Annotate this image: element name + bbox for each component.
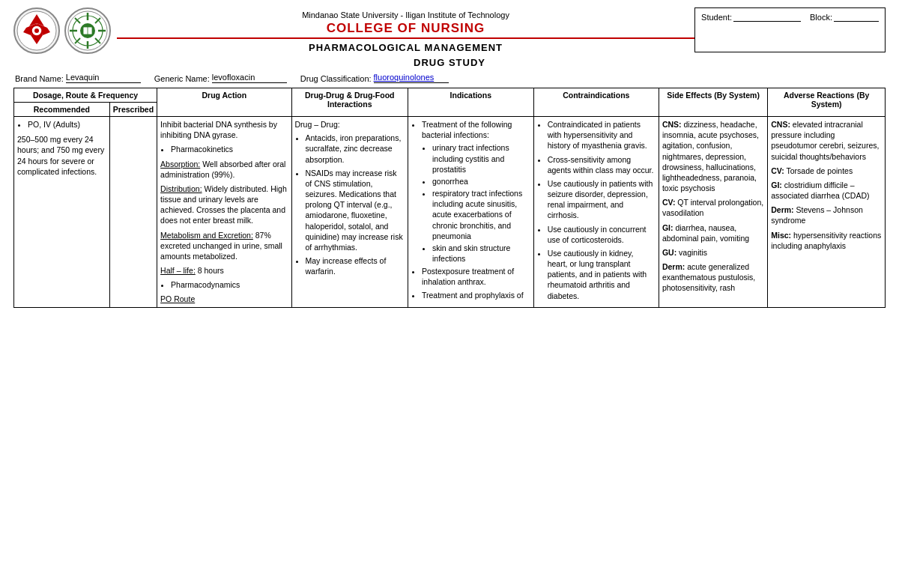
contra-2: Cross-sensitivity among agents within cl… [548, 154, 656, 175]
adverse-reactions-header: Adverse Reactions (By System) [768, 88, 886, 117]
pharmakokinetics-section: Pharmacokinetics [160, 144, 288, 154]
contra-3: Use cautiously in patients with seizure … [548, 178, 656, 221]
po-route-label: PO Route [160, 294, 195, 303]
metabolism-section: Metabolism and Excretion: 87% excreted u… [160, 230, 288, 262]
header-row-1: Dosage, Route & Frequency Drug Action Dr… [14, 88, 886, 103]
student-field: Student: [701, 11, 801, 22]
classification-label: Drug Classification: [300, 74, 372, 83]
indication-2: gonorrhea [432, 176, 530, 187]
adverse-misc: Misc: hypersensitivity reactions includi… [771, 230, 882, 251]
contraindications-header: Contraindications [533, 88, 659, 117]
pharm-title: PHARMACOLOGICAL MANAGEMENT [117, 42, 694, 53]
table-row: PO, IV (Adults) 250–500 mg every 24 hour… [14, 117, 886, 308]
side-effects-cell: CNS: dizziness, headache, insomnia, acut… [659, 117, 767, 308]
classification-field: Drug Classification: fluoroquinolones [300, 73, 449, 83]
red-divider [117, 37, 694, 39]
contra-list: Contraindicated in patients with hyperse… [537, 119, 656, 301]
svg-point-6 [34, 28, 39, 33]
contra-1: Contraindicated in patients with hyperse… [548, 119, 656, 151]
po-route-section: PO Route [160, 294, 288, 304]
side-cns: CNS: dizziness, headache, insomnia, acut… [662, 119, 764, 193]
indications-cell: Treatment of the following bacterial inf… [408, 117, 533, 308]
pharmacodynamics-section: Pharmacodynamics [160, 279, 288, 290]
drug-action-intro: Inhibit bacterial DNA synthesis by inhib… [160, 119, 288, 140]
indication-3: respiratory tract infections including a… [432, 188, 530, 241]
generic-name-field: Generic Name: levofloxacin [154, 73, 287, 83]
side-effects-header: Side Effects (By System) [659, 88, 767, 117]
university-name: Mindanao State University - Iligan Insti… [117, 10, 694, 19]
dosage-detail: 250–500 mg every 24 hours; and 750 mg ev… [17, 134, 106, 177]
pharmacodynamics-list: Pharmacodynamics [160, 279, 288, 290]
side-derm: Derm: acute generalized exanthematous pu… [662, 261, 764, 294]
pharmacodynamics-item: Pharmacodynamics [171, 279, 288, 290]
indication-5: Postexposure treatment of inhalation ant… [422, 266, 530, 287]
dosage-recommended-cell: PO, IV (Adults) 250–500 mg every 24 hour… [14, 117, 110, 308]
header-section: Mindanao State University - Iligan Insti… [13, 7, 886, 54]
halflife-label: Half – life: [160, 266, 196, 275]
classification-value: fluoroquinolones [374, 73, 449, 83]
msu-logo [13, 7, 60, 54]
interaction-1: Antacids, iron preparations, sucralfate,… [306, 133, 405, 165]
drug-action-cell: Inhibit bacterial DNA synthesis by inhib… [157, 117, 291, 308]
generic-value: levofloxacin [212, 73, 287, 83]
indication-6: Treatment and prophylaxis of [422, 290, 530, 300]
distribution-label: Distribution: [160, 184, 202, 193]
adverse-cns: CNS: elevated intracranial pressure incl… [771, 119, 882, 162]
header-left: Mindanao State University - Iligan Insti… [13, 7, 694, 54]
side-gu: GU: vaginitis [662, 247, 764, 258]
halflife-section: Half – life: 8 hours [160, 265, 288, 276]
drug-action-header: Drug Action [157, 88, 291, 117]
metabolism-label: Metabolism and Excretion: [160, 231, 253, 240]
side-gi: GI: diarrhea, nausea, abdominal pain, vo… [662, 222, 764, 243]
indications-header: Indications [408, 88, 533, 117]
main-table: Dosage, Route & Frequency Drug Action Dr… [13, 88, 886, 308]
adverse-derm: Derm: Stevens – Johnson syndrome [771, 204, 882, 225]
contra-5: Use cautiously in kidney, heart, or lung… [548, 248, 656, 301]
block-underline [834, 11, 879, 22]
contraindications-cell: Contraindicated in patients with hyperse… [533, 117, 659, 308]
indication-4: skin and skin structure infections [432, 243, 530, 264]
block-label: Block: [810, 13, 832, 22]
recommended-header: Recommended [14, 103, 110, 117]
dosage-prescribed-cell [109, 117, 157, 308]
adverse-cv: CV: Torsade de pointes [771, 166, 882, 176]
adverse-reactions-cell: CNS: elevated intracranial pressure incl… [768, 117, 886, 308]
dosage-list: PO, IV (Adults) [17, 119, 106, 130]
absorption-section: Absorption: Well absorbed after oral adm… [160, 159, 288, 180]
indications-outer-list: Treatment of the following bacterial inf… [411, 119, 530, 300]
brand-label: Brand Name: [15, 74, 64, 83]
iit-logo [64, 7, 111, 54]
absorption-label: Absorption: [160, 160, 200, 169]
distribution-section: Distribution: Widely distributed. High t… [160, 184, 288, 226]
student-label: Student: [701, 13, 732, 22]
brand-value: Levaquin [66, 73, 141, 83]
dosage-item-1: PO, IV (Adults) [28, 119, 106, 130]
indications-intro: Treatment of the following bacterial inf… [422, 119, 530, 264]
iit-logo-svg [67, 10, 109, 52]
interactions-cell: Drug – Drug: Antacids, iron preparations… [291, 117, 408, 308]
brand-row: Brand Name: Levaquin Generic Name: levof… [13, 73, 886, 83]
student-block: Student: Block: [694, 7, 886, 52]
adverse-gi: GI: clostridium difficile – associated d… [771, 180, 882, 201]
msu-logo-svg [16, 10, 58, 52]
interactions-list: Antacids, iron preparations, sucralfate,… [295, 133, 405, 276]
pharmacokinetics-list: Pharmacokinetics [160, 144, 288, 154]
header-center: Mindanao State University - Iligan Insti… [117, 9, 694, 53]
indication-1: urinary tract infections including cysti… [432, 142, 530, 175]
indications-inner-list: urinary tract infections including cysti… [422, 142, 530, 264]
prescribed-header: Prescribed [109, 103, 157, 117]
college-name: COLLEGE OF NURSING [117, 21, 694, 36]
brand-name-field: Brand Name: Levaquin [15, 73, 141, 83]
interaction-3: May increase effects of warfarin. [306, 255, 405, 276]
contra-4: Use cautiously in concurrent use of cort… [548, 224, 656, 245]
drug-drug-header: Drug – Drug: [295, 119, 405, 130]
side-cv: CV: QT interval prolongation, vasodilati… [662, 197, 764, 218]
dosage-header: Dosage, Route & Frequency [14, 88, 157, 103]
pharmacokinetics-item: Pharmacokinetics [171, 144, 288, 154]
drug-study-title: DRUG STUDY [13, 57, 886, 68]
block-field: Block: [810, 11, 879, 22]
interaction-2: NSAIDs may increase risk of CNS stimulat… [306, 168, 405, 252]
interactions-header: Drug-Drug & Drug-Food Interactions [291, 88, 408, 117]
logos [13, 7, 111, 54]
student-underline [733, 11, 801, 22]
